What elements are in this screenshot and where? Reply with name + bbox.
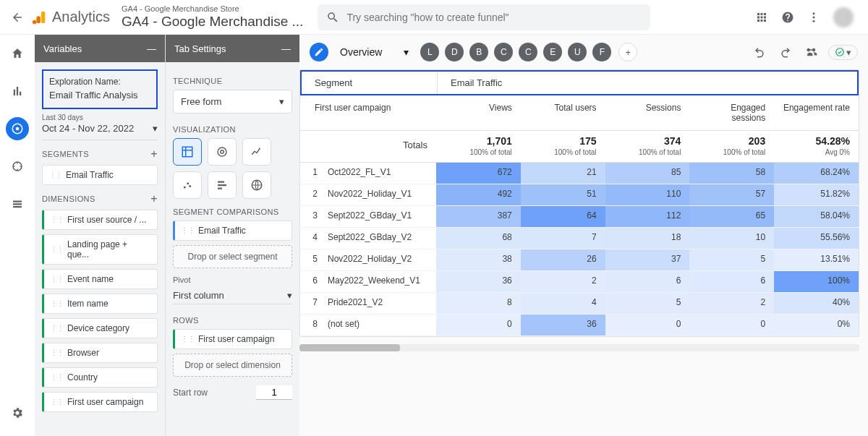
exploration-tab[interactable]: C xyxy=(494,43,513,61)
rows-chip[interactable]: ⋮⋮First user campaign xyxy=(173,329,292,349)
viz-geo[interactable] xyxy=(242,171,271,199)
status-pill[interactable]: ▾ xyxy=(828,45,858,60)
apps-icon[interactable] xyxy=(755,11,768,24)
nav-home[interactable] xyxy=(6,42,29,65)
dimension-chip[interactable]: ⋮⋮Item name xyxy=(42,294,158,314)
help-icon[interactable] xyxy=(781,11,794,24)
dimension-chip[interactable]: ⋮⋮Country xyxy=(42,367,158,388)
search-bar[interactable] xyxy=(318,4,650,30)
dimension-header[interactable]: First user campaign xyxy=(300,95,436,130)
add-tab-button[interactable]: + xyxy=(618,43,637,61)
segment-comparison-chip[interactable]: ⋮⋮Email Traffic xyxy=(173,221,292,241)
search-input[interactable] xyxy=(346,12,642,23)
row-index: 7 xyxy=(300,293,325,314)
technique-select[interactable]: Free form ▾ xyxy=(173,90,292,114)
viz-bar[interactable] xyxy=(208,171,237,199)
collapse-variables-icon[interactable]: — xyxy=(147,43,156,54)
table-row[interactable]: 4Sept2022_GBday_V2687181055.56% xyxy=(300,228,859,249)
metric-header[interactable]: Total users xyxy=(521,95,605,130)
edit-tab-badge[interactable] xyxy=(310,43,328,61)
exploration-tab[interactable]: E xyxy=(543,43,562,61)
metric-cell: 110 xyxy=(605,184,690,205)
metric-cell: 36 xyxy=(436,271,521,292)
tab-name-dropdown[interactable]: Overview ▾ xyxy=(336,43,413,61)
scrollbar-thumb[interactable] xyxy=(299,344,400,351)
table-row[interactable]: 6May2022_Weekend_V136266100% xyxy=(300,271,859,293)
viz-scatter[interactable] xyxy=(173,171,202,199)
more-vert-icon[interactable] xyxy=(807,11,820,24)
overview-label: Overview xyxy=(340,46,382,58)
dimension-chip[interactable]: ⋮⋮Event name xyxy=(42,269,158,289)
metric-header[interactable]: Views xyxy=(436,95,521,130)
dimension-chip[interactable]: ⋮⋮First user campaign xyxy=(42,392,158,412)
table-row[interactable]: 8(not set)036000% xyxy=(300,315,859,336)
redo-icon xyxy=(779,46,792,59)
pivot-value: First column xyxy=(173,290,224,301)
nav-reports[interactable] xyxy=(6,80,29,103)
dimension-chip[interactable]: ⋮⋮Browser xyxy=(42,343,158,363)
rows-drop-zone[interactable]: Drop or select dimension xyxy=(173,354,292,377)
segment-drop-zone[interactable]: Drop or select segment xyxy=(173,245,292,268)
dimension-chip[interactable]: ⋮⋮First user source / ... xyxy=(42,210,158,230)
exploration-tab[interactable]: D xyxy=(445,43,464,61)
property-selector[interactable]: GA4 - Google Merchandise Store GA4 - Goo… xyxy=(122,4,303,30)
exploration-tab[interactable]: B xyxy=(469,43,488,61)
segment-chip[interactable]: ⋮⋮Email Traffic xyxy=(42,165,158,185)
add-dimension-button[interactable]: + xyxy=(150,192,158,205)
table-row[interactable]: 5Nov2022_Holiday_V2382637513.51% xyxy=(300,249,859,271)
exploration-tab[interactable]: U xyxy=(568,43,587,61)
metric-cell: 6 xyxy=(605,271,690,292)
table-row[interactable]: 2Nov2022_Holiday_V1492511105751.82% xyxy=(300,184,859,206)
segment-header-value: Email Traffic xyxy=(438,72,857,94)
start-row-input[interactable] xyxy=(256,385,292,400)
rows-label: ROWS xyxy=(173,316,199,325)
search-icon xyxy=(326,11,339,24)
exploration-tab[interactable]: F xyxy=(592,43,611,61)
row-index: 5 xyxy=(300,249,325,270)
nav-explore[interactable] xyxy=(6,117,29,140)
svg-point-13 xyxy=(187,182,189,184)
horizontal-scrollbar[interactable] xyxy=(299,344,859,351)
nav-admin[interactable] xyxy=(6,401,29,424)
row-index: 4 xyxy=(300,228,325,249)
collapse-tab-settings-icon[interactable]: — xyxy=(281,43,291,54)
drag-handle-icon: ⋮⋮ xyxy=(50,299,63,309)
table-row[interactable]: 1Oct2022_FL_V167221855868.24% xyxy=(300,163,859,184)
visualization-label: VISUALIZATION xyxy=(173,125,236,134)
property-breadcrumb: GA4 - Google Merchandise Store xyxy=(122,4,303,14)
bar-chart-icon xyxy=(11,85,24,98)
property-title: GA4 - Google Merchandise ... xyxy=(122,14,303,30)
metric-cell: 21 xyxy=(521,163,605,184)
redo-button[interactable] xyxy=(776,43,795,61)
add-segment-button[interactable]: + xyxy=(150,148,158,161)
nav-configure[interactable] xyxy=(6,192,29,215)
exploration-tab[interactable]: C xyxy=(519,43,537,61)
nav-advertising[interactable] xyxy=(6,155,29,178)
exploration-tab[interactable]: L xyxy=(420,43,439,61)
viz-table[interactable] xyxy=(173,138,202,166)
viz-donut[interactable] xyxy=(208,138,237,166)
metric-header[interactable]: Engagement rate xyxy=(774,95,859,130)
table-row[interactable]: 7Pride2021_V2845240% xyxy=(300,293,859,315)
metric-cell: 0 xyxy=(436,315,521,335)
viz-line[interactable] xyxy=(242,138,271,166)
date-range-picker[interactable]: Oct 24 - Nov 22, 2022 ▾ xyxy=(42,121,158,140)
metric-header[interactable]: Sessions xyxy=(605,95,690,130)
dimension-chip[interactable]: ⋮⋮Landing page + que... xyxy=(42,234,158,265)
top-bar: Analytics GA4 - Google Merchandise Store… xyxy=(0,0,868,35)
back-button[interactable] xyxy=(6,6,29,29)
pivot-select[interactable]: First column ▾ xyxy=(173,287,292,304)
table-row[interactable]: 3Sept2022_GBday_V1387641126558.04% xyxy=(300,206,859,228)
row-dimension: Sept2022_GBday_V2 xyxy=(325,228,436,249)
share-button[interactable] xyxy=(802,43,821,61)
metric-cell: 10 xyxy=(689,228,774,249)
undo-button[interactable] xyxy=(750,43,769,61)
exploration-name-box[interactable]: Exploration Name: Email Traffic Analysis xyxy=(42,69,158,109)
account-avatar[interactable] xyxy=(833,7,854,27)
metric-header[interactable]: Engaged sessions xyxy=(689,95,774,130)
svg-rect-9 xyxy=(182,147,192,157)
row-index: 3 xyxy=(300,206,325,227)
dimension-chip[interactable]: ⋮⋮Device category xyxy=(42,318,158,338)
metric-cell: 7 xyxy=(521,228,605,249)
totals-row: Totals 1,701100% of total175100% of tota… xyxy=(300,131,859,163)
